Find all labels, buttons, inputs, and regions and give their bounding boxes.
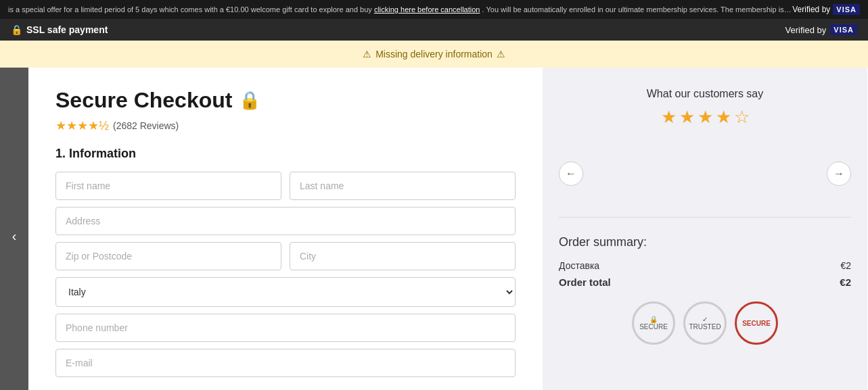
visa-badge: VISA [833, 4, 860, 15]
checkout-stars: ★★★★½ [55, 118, 109, 133]
badge-secure-text: 🔒SECURE [639, 316, 668, 331]
order-summary-title: Order summary: [559, 235, 851, 249]
star-4: ★ [716, 107, 731, 128]
checkout-title: Secure Checkout 🔒 [55, 88, 516, 113]
customers-say-section: What our customers say ★ ★ ★ ★ ☆ [559, 88, 851, 128]
zip-city-row [55, 242, 516, 270]
name-row [55, 172, 516, 200]
top-verified: Verified by VISA [792, 4, 860, 15]
side-nav-left[interactable]: ‹ [0, 68, 28, 390]
email-input[interactable] [55, 349, 516, 377]
next-arrow-icon: → [833, 168, 844, 180]
star-3: ★ [698, 107, 713, 128]
top-info-bar: is a special offer for a limited period … [0, 0, 868, 19]
delivery-value: €2 [840, 260, 851, 271]
carousel-controls: ← → [559, 141, 851, 206]
customers-say-title: What our customers say [559, 88, 851, 100]
ssl-left: 🔒 SSL safe payment [11, 24, 108, 35]
ssl-verified-label: Verified by [785, 25, 827, 35]
badge-trusted: ✓TRUSTED [683, 301, 727, 345]
ssl-label: SSL safe payment [26, 24, 108, 35]
stars-row: ★★★★½ (2682 Reviews) [55, 118, 516, 133]
top-message-link[interactable]: clicking here before cancellation [374, 5, 480, 14]
total-row: Order total €2 [559, 276, 851, 288]
star-2: ★ [679, 107, 695, 128]
email-row [55, 349, 516, 377]
badge-secure: 🔒SECURE [632, 301, 675, 345]
badge-secure-red: SECURE [735, 301, 778, 345]
customer-stars: ★ ★ ★ ★ ☆ [559, 107, 851, 128]
city-field [290, 242, 516, 270]
warning-icon-right: ⚠ [497, 49, 505, 59]
ssl-bar: 🔒 SSL safe payment Verified by VISA [0, 19, 868, 41]
divider [559, 217, 851, 218]
total-label: Order total [559, 276, 611, 288]
left-arrow-icon: ‹ [12, 228, 17, 244]
prev-arrow-icon: ← [566, 168, 576, 180]
country-row: Italy Germany France Spain United Kingdo… [55, 277, 516, 307]
verified-label: Verified by [792, 5, 830, 14]
checkout-title-text: Secure Checkout [55, 88, 232, 113]
star-1: ★ [661, 107, 677, 128]
delivery-row: Доставка €2 [559, 260, 851, 271]
ssl-visa-badge: VISA [830, 24, 857, 35]
first-name-field [55, 172, 281, 200]
left-content: Secure Checkout 🔒 ★★★★½ (2682 Reviews) 1… [28, 68, 543, 390]
warning-text: Missing delivery information [375, 49, 493, 59]
address-input[interactable] [55, 207, 516, 235]
star-5: ☆ [734, 107, 750, 128]
zip-input[interactable] [55, 242, 281, 270]
last-name-input[interactable] [290, 172, 516, 200]
address-row [55, 207, 516, 235]
country-select[interactable]: Italy Germany France Spain United Kingdo… [55, 277, 516, 307]
badge-trusted-text: ✓TRUSTED [689, 316, 721, 331]
order-summary-section: Order summary: Доставка €2 Order total €… [559, 228, 851, 288]
last-name-field [290, 172, 516, 200]
section-title: 1. Information [55, 147, 516, 161]
ssl-right: Verified by VISA [785, 24, 857, 35]
top-message: is a special offer for a limited period … [8, 5, 792, 14]
zip-field [55, 242, 281, 270]
checkout-reviews: (2682 Reviews) [113, 120, 179, 131]
carousel-next-button[interactable]: → [827, 162, 851, 186]
phone-row [55, 314, 516, 342]
lock-icon: 🔒 [11, 24, 22, 35]
warning-icon-left: ⚠ [363, 49, 371, 59]
first-name-input[interactable] [55, 172, 281, 200]
trust-badges: 🔒SECURE ✓TRUSTED SECURE [559, 301, 851, 345]
total-value: €2 [840, 276, 851, 288]
phone-input[interactable] [55, 314, 516, 342]
checkout-lock-icon: 🔒 [239, 90, 260, 111]
warning-bar: ⚠ Missing delivery information ⚠ [0, 41, 868, 68]
right-sidebar: What our customers say ★ ★ ★ ★ ☆ ← → Ord… [543, 68, 867, 390]
carousel-prev-button[interactable]: ← [559, 162, 583, 186]
main-layout: ‹ Secure Checkout 🔒 ★★★★½ (2682 Reviews)… [0, 68, 868, 390]
city-input[interactable] [290, 242, 516, 270]
delivery-label: Доставка [559, 260, 599, 271]
badge-secure-red-text: SECURE [742, 320, 771, 327]
